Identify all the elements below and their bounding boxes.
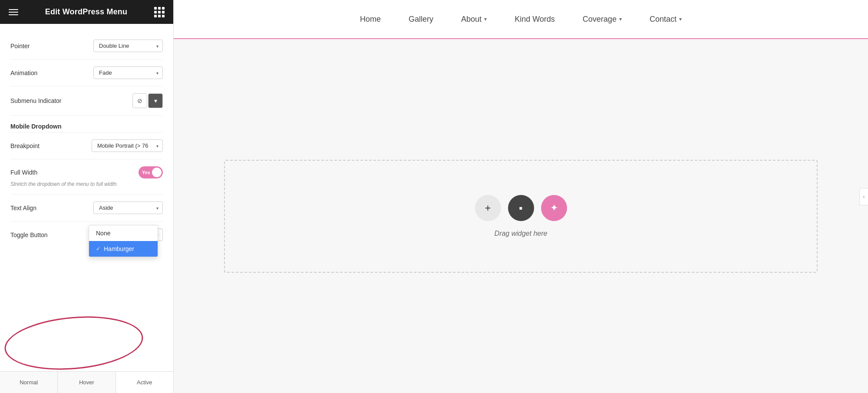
indicator-buttons: ⊘ ▾ (132, 93, 163, 108)
nav-item-gallery[interactable]: Gallery (403, 11, 439, 27)
text-align-label: Text Align (10, 205, 36, 211)
full-width-row: Full Width Yes Stretch the dropdown of t… (10, 159, 163, 195)
hamburger-option-label: Hamburger (104, 245, 134, 252)
animation-row: Animation Fade Slide None ▾ (10, 59, 163, 86)
none-option-label: None (96, 230, 110, 237)
submenu-indicator-row: Submenu Indicator ⊘ ▾ (10, 86, 163, 116)
text-align-select[interactable]: Aside Left Center Right (93, 201, 163, 214)
nav-item-kind-words[interactable]: Kind Words (509, 11, 560, 27)
contact-arrow-icon: ▾ (679, 16, 682, 22)
tab-normal[interactable]: Normal (0, 372, 58, 393)
mobile-dropdown-label: Mobile Dropdown (10, 123, 61, 130)
panel-title: Edit WordPress Menu (45, 7, 128, 17)
dropdown-option-none[interactable]: None (89, 225, 158, 241)
tab-active[interactable]: Active (116, 372, 173, 393)
folder-widget-button[interactable]: ▪ (508, 195, 534, 221)
indicator-dropdown-btn[interactable]: ▾ (148, 93, 163, 108)
text-align-select-wrapper: Aside Left Center Right ▾ (93, 201, 163, 214)
pointer-select[interactable]: Double Line Underline Overline None (93, 40, 163, 52)
hamburger-checkmark: ✓ (96, 246, 100, 252)
nav-item-about[interactable]: About ▾ (456, 11, 492, 27)
dropdown-option-hamburger[interactable]: ✓ Hamburger (89, 241, 158, 257)
sparkle-icon: ✦ (550, 202, 558, 214)
coverage-arrow-icon: ▾ (619, 16, 622, 22)
add-widget-button[interactable]: + (475, 195, 501, 221)
toggle-button-label: Toggle Button (10, 231, 48, 238)
toggle-thumb (152, 168, 162, 177)
breakpoint-select-wrapper: Mobile Portrait (> 76 Tablet (> 1024) De… (92, 139, 163, 152)
folder-icon: ▪ (519, 202, 523, 214)
full-width-inner: Full Width Yes (10, 166, 163, 178)
sparkle-widget-button[interactable]: ✦ (541, 195, 567, 221)
pointer-label: Pointer (10, 43, 30, 50)
toggle-button-row: Toggle Button Hamburger None ▾ None ✓ Ha… (10, 221, 163, 241)
animation-select-wrapper: Fade Slide None ▾ (93, 66, 163, 79)
hamburger-menu-icon[interactable] (9, 9, 18, 15)
pointer-row: Pointer Double Line Underline Overline N… (10, 33, 163, 59)
full-width-hint: Stretch the dropdown of the menu to full… (10, 181, 118, 187)
nav-item-coverage[interactable]: Coverage ▾ (578, 11, 627, 27)
toggle-track: Yes (139, 166, 163, 178)
text-align-row: Text Align Aside Left Center Right ▾ (10, 195, 163, 221)
breakpoint-select[interactable]: Mobile Portrait (> 76 Tablet (> 1024) De… (92, 139, 163, 152)
submenu-indicator-label: Submenu Indicator (10, 97, 62, 104)
about-arrow-icon: ▾ (484, 16, 487, 22)
nav-item-contact[interactable]: Contact ▾ (644, 11, 687, 27)
animation-select[interactable]: Fade Slide None (93, 66, 163, 79)
collapse-panel-arrow[interactable]: ‹ (859, 188, 868, 205)
drag-widget-text: Drag widget here (495, 230, 548, 238)
bottom-tabs: Normal Hover Active (0, 371, 173, 393)
canvas-area: + ▪ ✦ Drag widget here (174, 39, 868, 393)
full-width-label: Full Width (10, 169, 37, 176)
full-width-toggle[interactable]: Yes (139, 166, 163, 178)
nav-item-home[interactable]: Home (355, 11, 386, 27)
mobile-dropdown-section: Mobile Dropdown (10, 116, 163, 132)
pointer-select-wrapper: Double Line Underline Overline None ▾ (93, 40, 163, 52)
top-bar: Edit WordPress Menu (0, 0, 173, 24)
apps-grid-icon[interactable] (154, 7, 165, 17)
tab-hover[interactable]: Hover (58, 372, 116, 393)
widget-drop-zone[interactable]: + ▪ ✦ Drag widget here (224, 160, 818, 273)
nav-bar: Home Gallery About ▾ Kind Words Coverage… (174, 0, 868, 39)
animation-label: Animation (10, 69, 37, 76)
main-area: Home Gallery About ▾ Kind Words Coverage… (174, 0, 868, 393)
toggle-button-dropdown: None ✓ Hamburger (89, 225, 158, 257)
indicator-circle-btn[interactable]: ⊘ (132, 93, 147, 108)
breakpoint-row: Breakpoint Mobile Portrait (> 76 Tablet … (10, 132, 163, 159)
panel-content: Pointer Double Line Underline Overline N… (0, 24, 173, 371)
widget-buttons: + ▪ ✦ (475, 195, 567, 221)
left-panel: Edit WordPress Menu Pointer Double Line … (0, 0, 174, 393)
toggle-yes-label: Yes (142, 170, 150, 175)
breakpoint-label: Breakpoint (10, 142, 40, 149)
